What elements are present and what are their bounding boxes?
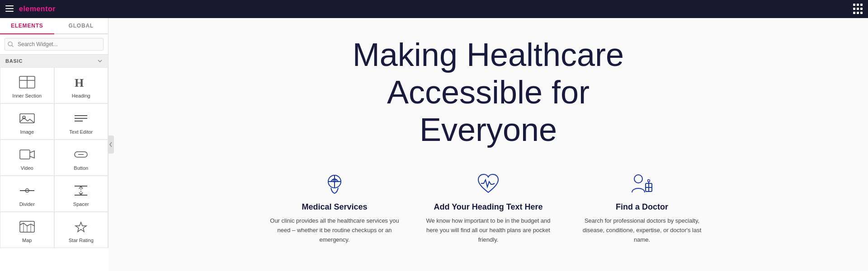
widget-heading-label: Heading — [72, 93, 90, 98]
widget-text-editor-label: Text Editor — [69, 129, 93, 135]
widget-inner-section[interactable]: Inner Section — [0, 67, 54, 103]
feature-card-medical-text: Our clinic provides all the healthcare s… — [267, 216, 402, 244]
sidebar-panel: ELEMENTS GLOBAL BASIC — [0, 18, 108, 248]
widget-heading[interactable]: H Heading — [54, 67, 108, 103]
feature-cards: Medical Services Our clinic provides all… — [136, 171, 841, 244]
section-basic-label[interactable]: BASIC — [0, 55, 108, 67]
widget-image[interactable]: Image — [0, 103, 54, 140]
svg-rect-0 — [5, 5, 14, 6]
app-logo: elementor — [19, 5, 56, 13]
spacer-icon — [73, 182, 89, 199]
main-content: Making Healthcare Accessible for Everyon… — [108, 18, 868, 271]
feature-card-heading: Add Your Heading Text Here We know how i… — [420, 171, 556, 244]
text-editor-icon — [73, 110, 89, 126]
sidebar-tabs: ELEMENTS GLOBAL — [0, 18, 108, 34]
hero-line1: Making Healthcare — [136, 36, 841, 74]
medical-icon — [321, 171, 348, 198]
widget-image-label: Image — [20, 129, 34, 135]
feature-card-medical: Medical Services Our clinic provides all… — [267, 171, 402, 244]
feature-card-heading-title: Add Your Heading Text Here — [434, 202, 542, 212]
feature-card-doctor: Find a Doctor Search for professional do… — [574, 171, 710, 244]
apps-grid-icon[interactable] — [853, 4, 863, 14]
sidebar-collapse-handle[interactable] — [108, 136, 114, 154]
svg-line-4 — [12, 46, 14, 47]
hero-line2: Accessible for — [136, 74, 841, 111]
widget-grid: Inner Section H Heading — [0, 67, 108, 248]
svg-text:H: H — [75, 76, 84, 89]
hero-heading: Making Healthcare Accessible for Everyon… — [136, 36, 841, 148]
widget-spacer[interactable]: Spacer — [54, 176, 108, 212]
widget-spacer-label: Spacer — [73, 201, 89, 207]
svg-point-3 — [8, 42, 12, 46]
star-rating-icon — [73, 219, 89, 235]
button-icon — [73, 146, 89, 163]
svg-marker-26 — [75, 222, 86, 232]
widget-divider[interactable]: Divider — [0, 176, 54, 212]
svg-rect-2 — [5, 11, 14, 12]
feature-card-heading-text: We know how important to be in the budge… — [420, 216, 556, 244]
widget-button-label: Button — [74, 165, 88, 171]
divider-icon — [19, 182, 35, 199]
widget-map-label: Map — [22, 238, 32, 243]
svg-rect-14 — [20, 150, 30, 159]
feature-card-medical-title: Medical Services — [302, 202, 367, 212]
widget-video[interactable]: Video — [0, 140, 54, 176]
svg-rect-1 — [5, 8, 14, 9]
widget-star-rating-label: Star Rating — [69, 238, 94, 243]
feature-card-doctor-title: Find a Doctor — [616, 202, 668, 212]
search-input[interactable] — [5, 38, 104, 51]
widget-map[interactable]: Map — [0, 212, 54, 248]
top-bar: elementor — [0, 0, 868, 18]
video-icon — [19, 146, 35, 163]
widget-star-rating[interactable]: Star Rating — [54, 212, 108, 248]
widget-video-label: Video — [21, 165, 33, 171]
feature-card-doctor-text: Search for professional doctors by speci… — [574, 216, 710, 244]
heading-icon: H — [73, 74, 89, 90]
widget-text-editor[interactable]: Text Editor — [54, 103, 108, 140]
inner-section-icon — [19, 74, 35, 90]
hamburger-icon[interactable] — [5, 5, 14, 14]
tab-global[interactable]: GLOBAL — [54, 18, 108, 33]
image-icon — [19, 110, 35, 126]
map-icon — [19, 219, 35, 235]
svg-point-31 — [634, 175, 642, 183]
sidebar-search-area — [0, 34, 108, 55]
chevron-down-icon — [97, 58, 103, 64]
widget-inner-section-label: Inner Section — [12, 93, 42, 98]
search-icon — [8, 42, 14, 47]
svg-point-36 — [648, 180, 650, 182]
tab-elements[interactable]: ELEMENTS — [0, 18, 54, 34]
find-doctor-icon — [628, 171, 656, 198]
hero-line3: Everyone — [136, 111, 841, 149]
heart-monitor-icon — [475, 171, 502, 198]
sidebar: ELEMENTS GLOBAL BASIC — [0, 18, 108, 271]
widget-button[interactable]: Button — [54, 140, 108, 176]
widget-divider-label: Divider — [19, 201, 35, 207]
